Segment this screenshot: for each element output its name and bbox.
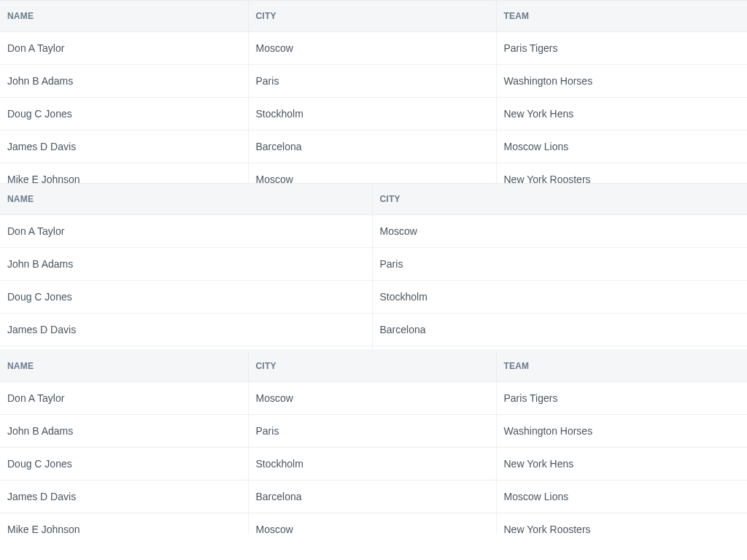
cell-city: Moscow [248, 382, 496, 415]
cell-team: Washington Horses [496, 65, 747, 98]
cell-city: Stockholm [248, 448, 496, 481]
cell-city: Moscow [372, 215, 747, 248]
cell-name: Mike E Johnson [0, 513, 248, 534]
cell-team: New York Roosters [496, 163, 747, 184]
cell-name: James D Davis [0, 481, 248, 513]
data-table-body: Don A TaylorMoscowParis TigersJohn B Ada… [0, 32, 747, 183]
table-row[interactable]: John B AdamsParisWashington Horses [0, 415, 747, 448]
cell-city: Paris [248, 65, 496, 98]
table-scroll-area[interactable]: Don A TaylorMoscowParis TigersJohn B Ada… [0, 382, 747, 533]
cell-team: New York Hens [496, 98, 747, 131]
cell-team: New York Hens [496, 448, 747, 481]
cell-name: John B Adams [0, 415, 248, 448]
table-row[interactable]: John B AdamsParis [0, 248, 747, 281]
cell-city: Barcelona [248, 481, 496, 513]
column-header-name[interactable]: NAME [0, 351, 248, 382]
column-header-name[interactable]: NAME [0, 1, 248, 32]
table-scroll-area[interactable]: Don A TaylorMoscowParis TigersJohn B Ada… [0, 32, 747, 183]
table-row[interactable]: Mike E JohnsonMoscowNew York Roosters [0, 163, 747, 184]
cell-team: Moscow Lions [496, 481, 747, 513]
column-header-team[interactable]: TEAM [496, 351, 747, 382]
table-row[interactable]: Doug C JonesStockholmNew York Hens [0, 98, 747, 131]
cell-name: Don A Taylor [0, 32, 248, 65]
data-table-block: NAMECITYDon A TaylorMoscowJohn B AdamsPa… [0, 183, 747, 350]
cell-team: New York Roosters [496, 513, 747, 534]
table-row[interactable]: Don A TaylorMoscow [0, 215, 747, 248]
cell-city: Barcelona [248, 131, 496, 163]
data-table-header: NAMECITY [0, 184, 747, 215]
cell-city: Stockholm [372, 281, 747, 314]
table-row[interactable]: John B AdamsParisWashington Horses [0, 65, 747, 98]
cell-city: Moscow [248, 513, 496, 534]
cell-city: Stockholm [248, 98, 496, 131]
cell-city: Barcelona [372, 314, 747, 346]
table-row[interactable]: Doug C JonesStockholmNew York Hens [0, 448, 747, 481]
cell-name: Doug C Jones [0, 281, 372, 314]
cell-name: John B Adams [0, 65, 248, 98]
cell-name: Don A Taylor [0, 215, 372, 248]
cell-name: James D Davis [0, 314, 372, 346]
column-header-city[interactable]: CITY [372, 184, 747, 215]
table-row[interactable]: James D DavisBarcelona [0, 314, 747, 346]
column-header-city[interactable]: CITY [248, 1, 496, 32]
data-table-header: NAMECITYTEAM [0, 1, 747, 32]
cell-name: Mike E Johnson [0, 163, 248, 184]
table-row[interactable]: Don A TaylorMoscowParis Tigers [0, 382, 747, 415]
data-table-block: NAMECITYTEAMDon A TaylorMoscowParis Tige… [0, 350, 747, 533]
cell-city: Paris [372, 248, 747, 281]
column-header-name[interactable]: NAME [0, 184, 372, 215]
cell-name: Doug C Jones [0, 98, 248, 131]
column-header-team[interactable]: TEAM [496, 1, 747, 32]
data-table-block: NAMECITYTEAMDon A TaylorMoscowParis Tige… [0, 0, 747, 183]
table-row[interactable]: James D DavisBarcelonaMoscow Lions [0, 131, 747, 163]
cell-name: Don A Taylor [0, 382, 248, 415]
cell-team: Washington Horses [496, 415, 747, 448]
cell-team: Paris Tigers [496, 382, 747, 415]
table-row[interactable]: Don A TaylorMoscowParis Tigers [0, 32, 747, 65]
column-header-city[interactable]: CITY [248, 351, 496, 382]
cell-team: Paris Tigers [496, 32, 747, 65]
table-row[interactable]: James D DavisBarcelonaMoscow Lions [0, 481, 747, 513]
cell-team: Moscow Lions [496, 131, 747, 163]
cell-city: Moscow [248, 32, 496, 65]
data-table-header: NAMECITYTEAM [0, 351, 747, 382]
data-table-body: Don A TaylorMoscowJohn B AdamsParisDoug … [0, 215, 747, 350]
table-scroll-area[interactable]: Don A TaylorMoscowJohn B AdamsParisDoug … [0, 215, 747, 350]
cell-city: Paris [248, 415, 496, 448]
data-table-body: Don A TaylorMoscowParis TigersJohn B Ada… [0, 382, 747, 533]
cell-name: James D Davis [0, 131, 248, 163]
cell-name: Doug C Jones [0, 448, 248, 481]
cell-name: John B Adams [0, 248, 372, 281]
table-row[interactable]: Mike E JohnsonMoscowNew York Roosters [0, 513, 747, 534]
cell-city: Moscow [248, 163, 496, 184]
table-row[interactable]: Doug C JonesStockholm [0, 281, 747, 314]
